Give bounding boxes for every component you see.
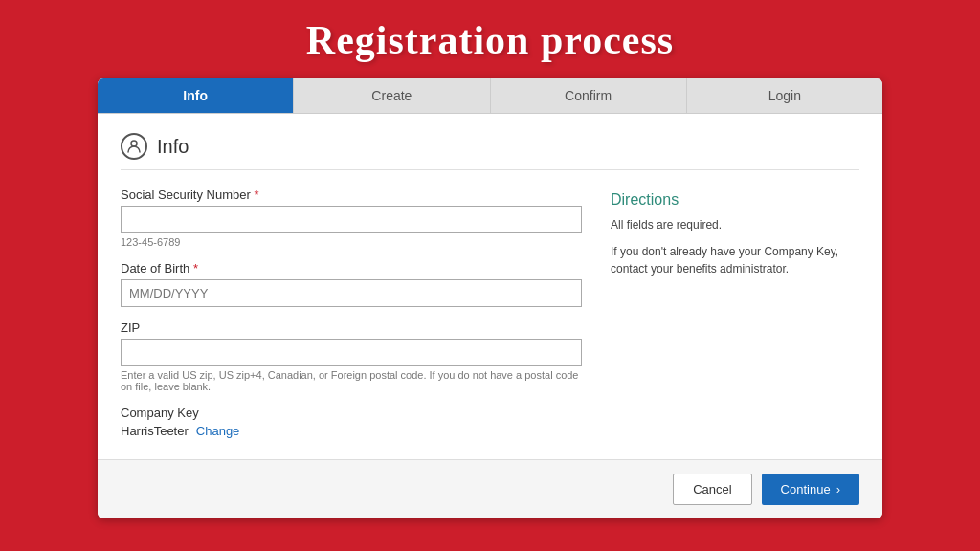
dob-required: * (193, 261, 198, 276)
ssn-input[interactable] (121, 206, 582, 233)
zip-hint: Enter a valid US zip, US zip+4, Canadian… (121, 369, 582, 392)
registration-card: Info Create Confirm Login Info Social S (98, 78, 882, 518)
company-key-row: HarrisTeeter Change (121, 424, 582, 438)
tab-create[interactable]: Create (294, 78, 490, 113)
page-title: Registration process (306, 0, 674, 78)
chevron-right-icon: › (836, 482, 840, 496)
company-key-label: Company Key (121, 406, 582, 420)
tab-confirm[interactable]: Confirm (491, 78, 687, 113)
tab-info[interactable]: Info (98, 78, 294, 113)
section-title: Info (157, 136, 189, 158)
directions-title: Directions (611, 191, 859, 209)
directions-text2: If you don't already have your Company K… (611, 243, 859, 277)
change-company-key-link[interactable]: Change (196, 424, 240, 438)
svg-point-0 (131, 141, 137, 146)
tab-login[interactable]: Login (687, 78, 882, 113)
dob-field-group: Date of Birth * (121, 261, 582, 307)
ssn-field-group: Social Security Number * 123-45-6789 (121, 187, 582, 248)
ssn-required: * (254, 187, 258, 202)
company-key-group: Company Key HarrisTeeter Change (121, 406, 582, 438)
zip-field-group: ZIP Enter a valid US zip, US zip+4, Cana… (121, 320, 582, 392)
ssn-label: Social Security Number * (121, 187, 582, 202)
form-body: Social Security Number * 123-45-6789 Dat… (121, 187, 859, 444)
form-area: Info Social Security Number * 123-45-678… (98, 114, 882, 459)
company-key-value: HarrisTeeter (121, 424, 189, 438)
form-footer: Cancel Continue › (98, 459, 882, 518)
form-right: Directions All fields are required. If y… (611, 187, 859, 444)
person-icon (121, 133, 147, 160)
directions-text1: All fields are required. (611, 216, 859, 233)
section-header: Info (121, 133, 859, 170)
dob-input[interactable] (121, 279, 582, 307)
form-left: Social Security Number * 123-45-6789 Dat… (121, 187, 582, 444)
cancel-button[interactable]: Cancel (673, 474, 751, 505)
zip-label: ZIP (121, 320, 582, 335)
continue-label: Continue (781, 482, 831, 496)
ssn-hint: 123-45-6789 (121, 236, 582, 248)
zip-input[interactable] (121, 339, 582, 366)
dob-label: Date of Birth * (121, 261, 582, 276)
tab-bar: Info Create Confirm Login (98, 78, 882, 114)
continue-button[interactable]: Continue › (762, 474, 859, 505)
